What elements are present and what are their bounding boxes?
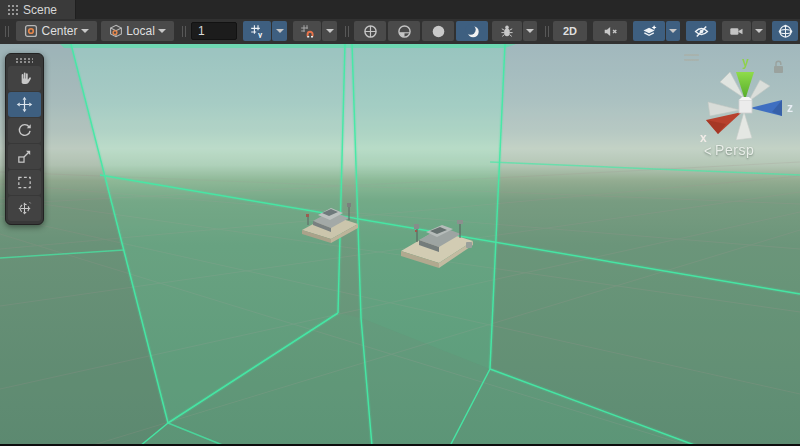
cube-orientation-icon	[109, 24, 123, 38]
chevron-down-icon	[326, 29, 334, 33]
palette-drag-handle[interactable]	[16, 58, 33, 60]
lock-icon[interactable]	[774, 61, 783, 73]
projection-label: Persp	[715, 142, 754, 158]
rect-dashed-icon	[16, 174, 33, 191]
axis-y-label: y	[742, 55, 749, 69]
persp-arrow-icon: <	[704, 141, 712, 158]
navmesh-volume-faces	[0, 44, 800, 446]
toolbar-group-handle[interactable]	[345, 26, 350, 37]
rotate-arrow-icon	[16, 122, 33, 139]
pivot-center-icon	[24, 24, 38, 38]
move-tool[interactable]	[8, 92, 41, 117]
moon-crescent-icon	[465, 24, 480, 39]
draw-mode-wireframe-button[interactable]	[354, 21, 386, 41]
transform-tool[interactable]	[8, 196, 41, 221]
svg-text:y: y	[258, 30, 263, 38]
tab-scene[interactable]: Scene	[0, 0, 76, 19]
grid-dots-icon	[8, 5, 18, 15]
sphere-wireframe-icon	[363, 24, 378, 39]
draw-mode-lighting-button[interactable]	[456, 21, 488, 41]
snap-grid-dropdown[interactable]	[272, 21, 287, 41]
debug-mode-dropdown[interactable]	[523, 21, 537, 41]
layers-star-icon	[642, 24, 657, 39]
debug-mode-button[interactable]	[492, 21, 522, 41]
grid-size-input[interactable]	[191, 22, 237, 40]
gizmo-center-cube[interactable]	[739, 97, 752, 113]
sphere-shaded-icon	[431, 24, 446, 39]
scene-visibility-button[interactable]	[686, 21, 716, 41]
effects-toggle-button[interactable]	[633, 21, 665, 41]
grid-y-axis-icon: y	[250, 24, 264, 38]
scene-camera-button[interactable]	[722, 21, 751, 41]
chevron-down-icon	[81, 29, 89, 33]
sphere-shaded-wireframe-icon	[397, 24, 412, 39]
draw-mode-shaded-wireframe-button[interactable]	[388, 21, 420, 41]
chevron-down-icon	[669, 29, 677, 33]
pivot-mode-label: Center	[41, 24, 77, 38]
audio-toggle-button[interactable]	[593, 21, 627, 41]
scene-toolbar: Center Local y	[0, 19, 800, 45]
view-hand-tool[interactable]	[8, 66, 41, 91]
chevron-down-icon	[755, 29, 763, 33]
chevron-down-icon	[526, 29, 534, 33]
unity-scene-window: Scene Center Local	[0, 0, 800, 446]
orientation-mode-button[interactable]: Local	[101, 21, 174, 41]
chevron-down-icon	[276, 29, 284, 33]
scene-viewport[interactable]: y x z < Persp	[0, 44, 800, 446]
scene-canvas[interactable]	[0, 44, 800, 446]
2d-mode-button[interactable]: 2D	[553, 21, 587, 41]
scale-arrow-icon	[16, 148, 33, 165]
scale-tool[interactable]	[8, 144, 41, 169]
tab-label: Scene	[23, 3, 57, 17]
effects-dropdown[interactable]	[666, 21, 680, 41]
tab-bar: Scene	[0, 0, 800, 20]
rect-tool[interactable]	[8, 170, 41, 195]
tools-overlay-panel	[5, 53, 44, 225]
orientation-gizmo: y x z	[694, 54, 798, 150]
grid-magnet-icon	[300, 24, 314, 38]
palette-drag-handle[interactable]	[16, 61, 33, 63]
move-cross-icon	[16, 96, 33, 113]
axis-z-label: z	[787, 101, 793, 115]
video-camera-icon	[729, 24, 744, 39]
toolbar-group-handle[interactable]	[182, 26, 187, 37]
snap-increment-dropdown[interactable]	[322, 21, 337, 41]
projection-toggle[interactable]: < Persp	[704, 142, 754, 158]
hand-icon	[16, 70, 33, 87]
gizmos-toggle-button[interactable]	[772, 21, 798, 41]
toolbar-drag-handle[interactable]	[5, 26, 10, 37]
chevron-down-icon	[158, 29, 166, 33]
2d-mode-label: 2D	[563, 25, 577, 37]
toolbar-group-handle[interactable]	[545, 26, 550, 37]
draw-mode-shaded-button[interactable]	[422, 21, 454, 41]
speaker-muted-icon	[603, 24, 618, 39]
transform-combined-icon	[16, 200, 33, 217]
orientation-mode-label: Local	[126, 24, 155, 38]
snap-increment-button[interactable]	[293, 21, 321, 41]
pivot-mode-button[interactable]: Center	[16, 21, 97, 41]
rotate-tool[interactable]	[8, 118, 41, 143]
eye-slash-icon	[694, 24, 709, 39]
snap-grid-button[interactable]: y	[243, 21, 271, 41]
scene-camera-dropdown[interactable]	[752, 21, 766, 41]
gizmo-sphere-icon	[778, 24, 793, 39]
bug-icon	[500, 24, 514, 38]
